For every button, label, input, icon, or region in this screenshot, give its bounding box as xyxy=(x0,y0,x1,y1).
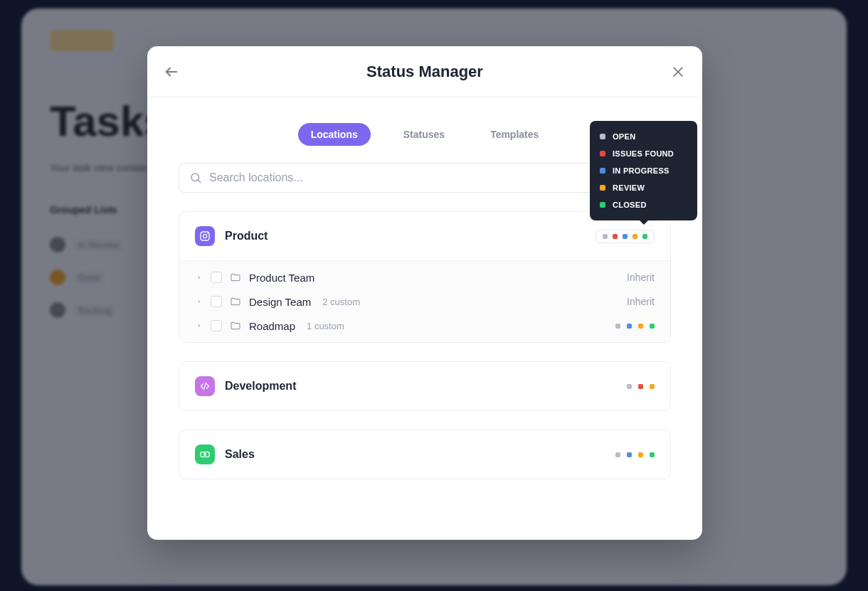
checkbox[interactable] xyxy=(211,296,222,307)
space-header[interactable]: Sales xyxy=(179,430,670,479)
svg-point-7 xyxy=(207,233,208,234)
folder-name: Design Team xyxy=(249,296,311,308)
modal-title: Status Manager xyxy=(147,63,702,81)
space-header[interactable]: Development xyxy=(179,362,670,410)
locations-list: ProductProduct TeamInheritDesign Team2 c… xyxy=(147,211,702,540)
svg-marker-9 xyxy=(199,300,201,304)
folder-status[interactable]: Inherit xyxy=(627,296,655,307)
close-button[interactable] xyxy=(669,63,687,80)
expand-caret[interactable] xyxy=(195,321,203,330)
folder-row[interactable]: Product TeamInherit xyxy=(179,265,670,289)
expand-caret[interactable] xyxy=(195,273,203,282)
svg-rect-12 xyxy=(201,452,209,457)
tab-locations[interactable]: Locations xyxy=(298,123,371,146)
folder-row[interactable]: Roadmap1 custom xyxy=(179,314,670,338)
space-icon xyxy=(195,444,215,464)
custom-count: 1 custom xyxy=(307,321,344,331)
search-input[interactable] xyxy=(209,171,587,184)
tooltip-item: REVIEW xyxy=(590,179,697,196)
status-tooltip: OPENISSUES FOUNDIN PROGRESSREVIEWCLOSED xyxy=(590,121,697,220)
svg-marker-10 xyxy=(199,324,201,328)
folder-status[interactable] xyxy=(615,324,655,329)
svg-line-4 xyxy=(198,180,200,182)
status-chip[interactable] xyxy=(596,230,655,243)
folder-name: Product Team xyxy=(249,272,314,284)
tooltip-item: ISSUES FOUND xyxy=(590,145,697,162)
folder-status[interactable]: Inherit xyxy=(627,272,655,283)
space-card: ProductProduct TeamInheritDesign Team2 c… xyxy=(179,211,671,343)
folder-icon xyxy=(229,271,242,284)
space-card: Sales xyxy=(179,430,671,479)
space-name: Development xyxy=(225,380,296,393)
tooltip-item: IN PROGRESS xyxy=(590,162,697,179)
svg-rect-5 xyxy=(201,232,209,240)
svg-point-6 xyxy=(203,234,206,238)
space-icon xyxy=(195,376,215,396)
status-dots[interactable] xyxy=(627,384,655,389)
status-dots[interactable] xyxy=(615,452,655,457)
svg-line-11 xyxy=(204,383,206,389)
space-icon xyxy=(195,226,215,246)
space-name: Sales xyxy=(225,448,255,461)
custom-count: 2 custom xyxy=(322,297,360,307)
checkbox[interactable] xyxy=(211,272,222,283)
folder-row[interactable]: Design Team2 customInherit xyxy=(179,289,670,314)
search-input-wrapper[interactable] xyxy=(179,163,598,193)
tooltip-item: CLOSED xyxy=(590,196,697,213)
checkbox[interactable] xyxy=(211,320,222,331)
folder-icon xyxy=(229,295,242,308)
back-button[interactable] xyxy=(163,63,180,80)
expand-caret[interactable] xyxy=(195,297,203,306)
tab-templates[interactable]: Templates xyxy=(477,123,551,146)
tab-statuses[interactable]: Statuses xyxy=(391,123,457,146)
search-icon xyxy=(189,171,202,184)
space-card: Development xyxy=(179,361,671,411)
tooltip-item: OPEN xyxy=(590,128,697,145)
space-name: Product xyxy=(225,230,268,243)
svg-marker-8 xyxy=(199,276,201,279)
modal-header: Status Manager xyxy=(147,46,702,97)
svg-point-13 xyxy=(204,454,206,456)
folder-icon xyxy=(229,319,242,332)
folder-name: Roadmap xyxy=(249,320,295,332)
